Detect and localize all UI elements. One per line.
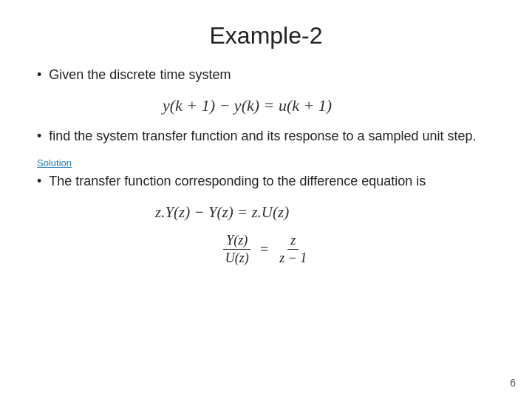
svg-text:y(k + 1) − y(k) = u(k + 1): y(k + 1) − y(k) = u(k + 1) xyxy=(161,96,332,115)
bullet-1: • Given the discrete time system xyxy=(37,66,495,84)
bullet-1-text: Given the discrete time system xyxy=(49,66,231,84)
bullet-symbol-2: • xyxy=(37,127,41,146)
fraction-numer-rhs: z xyxy=(287,233,299,250)
fraction-lhs: Y(z) U(z) xyxy=(222,233,252,266)
bullet-symbol-3: • xyxy=(37,172,41,191)
fraction-numer-lhs: Y(z) xyxy=(223,233,250,250)
bullet-3-text: The transfer function corresponding to t… xyxy=(49,172,426,191)
page-number: 6 xyxy=(510,377,516,389)
fraction-rhs: z z − 1 xyxy=(276,233,310,266)
bullet-2-text: find the system transfer function and it… xyxy=(49,127,476,146)
slide: Example-2 • Given the discrete time syst… xyxy=(0,0,532,399)
equation-2-svg: z.Y(z) − Y(z) = z.U(z) xyxy=(148,199,384,225)
equation-2: z.Y(z) − Y(z) = z.U(z) xyxy=(37,199,495,225)
eq3-equals: = xyxy=(259,241,270,258)
equation-1: y(k + 1) − y(k) = u(k + 1) xyxy=(37,92,495,120)
bullet-2: • find the system transfer function and … xyxy=(37,127,495,146)
eq3-rhs: z z − 1 xyxy=(275,233,311,266)
svg-text:z.Y(z) − Y(z) = z.U(z): z.Y(z) − Y(z) = z.U(z) xyxy=(154,203,289,221)
fraction-denom-rhs: z − 1 xyxy=(276,250,310,266)
bullet-symbol: • xyxy=(37,66,41,84)
equation-3: Y(z) U(z) = z z − 1 xyxy=(37,233,495,266)
equation-1-svg: y(k + 1) − y(k) = u(k + 1) xyxy=(155,92,377,120)
solution-label[interactable]: Solution xyxy=(37,157,72,168)
slide-title: Example-2 xyxy=(37,22,495,50)
bullet-3: • The transfer function corresponding to… xyxy=(37,172,495,191)
eq3-lhs: Y(z) U(z) xyxy=(221,233,253,266)
fraction-denom-lhs: U(z) xyxy=(222,250,252,266)
